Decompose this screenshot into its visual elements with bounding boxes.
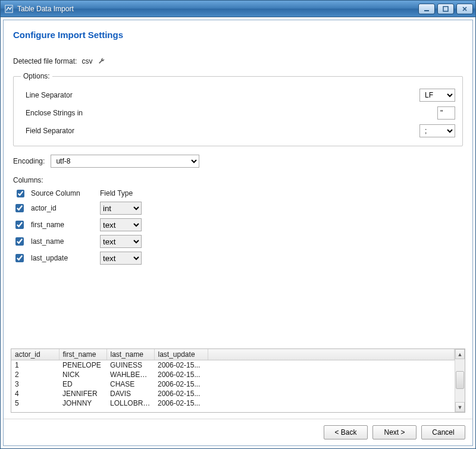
window-title: Table Data Import: [17, 5, 418, 13]
preview-column-header[interactable]: last_name: [107, 349, 154, 360]
encoding-row: Encoding: utf-8: [13, 155, 465, 168]
table-cell: ED: [59, 379, 107, 389]
options-legend: Options:: [21, 72, 52, 80]
field-separator-select[interactable]: ;: [419, 124, 455, 137]
table-cell: 2006-02-15...: [154, 370, 208, 379]
column-row: actor_idint: [13, 200, 465, 216]
column-type-select[interactable]: int: [100, 202, 142, 215]
enclose-strings-label: Enclose Strings in: [21, 109, 437, 117]
table-row[interactable]: 4JENNIFERDAVIS2006-02-15...: [11, 389, 455, 398]
column-name: first_name: [31, 221, 96, 229]
close-button[interactable]: [456, 4, 473, 14]
preview-column-header[interactable]: actor_id: [11, 349, 59, 360]
preview-column-header[interactable]: last_update: [154, 349, 208, 360]
column-type-select[interactable]: text: [100, 235, 142, 248]
columns-select-all[interactable]: [15, 190, 26, 197]
columns-header-type: Field Type: [100, 189, 148, 197]
table-cell: JOHNNY: [59, 398, 107, 408]
wizard-footer: < Back Next > Cancel: [4, 419, 472, 445]
column-checkbox[interactable]: [15, 204, 24, 212]
table-cell: 2006-02-15...: [154, 360, 208, 370]
encoding-label: Encoding:: [13, 157, 45, 165]
svg-rect-2: [443, 7, 448, 11]
column-row: first_nametext: [13, 216, 465, 233]
app-icon: [4, 4, 14, 14]
enclose-strings-input[interactable]: [437, 106, 455, 120]
column-checkbox[interactable]: [15, 254, 24, 262]
column-name: last_update: [31, 254, 96, 262]
column-type-select[interactable]: text: [100, 252, 142, 265]
svg-rect-0: [5, 5, 12, 12]
table-cell: DAVIS: [107, 389, 154, 398]
maximize-button[interactable]: [437, 4, 454, 14]
line-separator-label: Line Separator: [21, 91, 419, 99]
column-row: last_nametext: [13, 233, 465, 250]
column-name: actor_id: [31, 204, 96, 212]
detected-format-label: Detected file format:: [13, 57, 77, 65]
page-title: Configure Import Settings: [13, 30, 465, 40]
table-cell: LOLLOBRIG...: [107, 398, 154, 408]
columns-header-source: Source Column: [31, 189, 96, 197]
table-cell: 2: [11, 370, 59, 379]
table-cell: WAHLBERG: [107, 370, 154, 379]
scroll-up-arrow-icon[interactable]: ▲: [455, 349, 465, 359]
options-group: Options: Line Separator LF Enclose Strin…: [13, 72, 463, 146]
table-row[interactable]: 3EDCHASE2006-02-15...: [11, 379, 455, 389]
table-cell: CHASE: [107, 379, 154, 389]
columns-block: Columns: Source Column Field Type actor_…: [13, 176, 465, 266]
scroll-down-arrow-icon[interactable]: ▼: [455, 402, 465, 412]
table-cell: JENNIFER: [59, 389, 107, 398]
back-button[interactable]: < Back: [324, 425, 368, 439]
table-row[interactable]: 2NICKWAHLBERG2006-02-15...: [11, 370, 455, 379]
table-row[interactable]: 1PENELOPEGUINESS2006-02-15...: [11, 360, 455, 370]
svg-rect-1: [424, 10, 429, 11]
next-button[interactable]: Next >: [372, 425, 416, 439]
column-row: last_updatetext: [13, 250, 465, 266]
window-frame: Table Data Import Configure Import Setti…: [0, 0, 476, 449]
column-type-select[interactable]: text: [100, 218, 142, 231]
table-cell: 2006-02-15...: [154, 398, 208, 408]
scroll-track[interactable]: [455, 359, 465, 402]
detected-format-value: csv: [82, 57, 92, 65]
wrench-icon[interactable]: [97, 56, 107, 66]
encoding-select[interactable]: utf-8: [51, 155, 199, 168]
preview-column-header[interactable]: first_name: [59, 349, 107, 360]
table-cell: GUINESS: [107, 360, 154, 370]
column-checkbox[interactable]: [15, 221, 24, 229]
line-separator-select[interactable]: LF: [419, 89, 455, 102]
scroll-thumb[interactable]: [456, 371, 464, 389]
window-controls: [418, 4, 475, 14]
columns-header: Source Column Field Type: [13, 187, 465, 200]
detected-format-row: Detected file format: csv: [13, 56, 465, 66]
preview-scrollbar[interactable]: ▲ ▼: [455, 349, 465, 412]
table-cell: 4: [11, 389, 59, 398]
field-separator-label: Field Separator: [21, 127, 419, 135]
table-row[interactable]: 5JOHNNYLOLLOBRIG...2006-02-15...: [11, 398, 455, 408]
titlebar[interactable]: Table Data Import: [1, 1, 475, 17]
preview-table: actor_idfirst_namelast_namelast_update 1…: [11, 348, 465, 413]
table-cell: NICK: [59, 370, 107, 379]
table-cell: 3: [11, 379, 59, 389]
column-name: last_name: [31, 237, 96, 246]
table-cell: PENELOPE: [59, 360, 107, 370]
client-area: Configure Import Settings Detected file …: [3, 20, 473, 446]
table-cell: 5: [11, 398, 59, 408]
cancel-button[interactable]: Cancel: [421, 425, 465, 439]
table-cell: 2006-02-15...: [154, 379, 208, 389]
column-checkbox[interactable]: [15, 237, 24, 246]
minimize-button[interactable]: [418, 4, 435, 14]
columns-legend: Columns:: [13, 176, 465, 184]
table-cell: 1: [11, 360, 59, 370]
preview-column-header-fill: [208, 349, 455, 360]
table-cell: 2006-02-15...: [154, 389, 208, 398]
